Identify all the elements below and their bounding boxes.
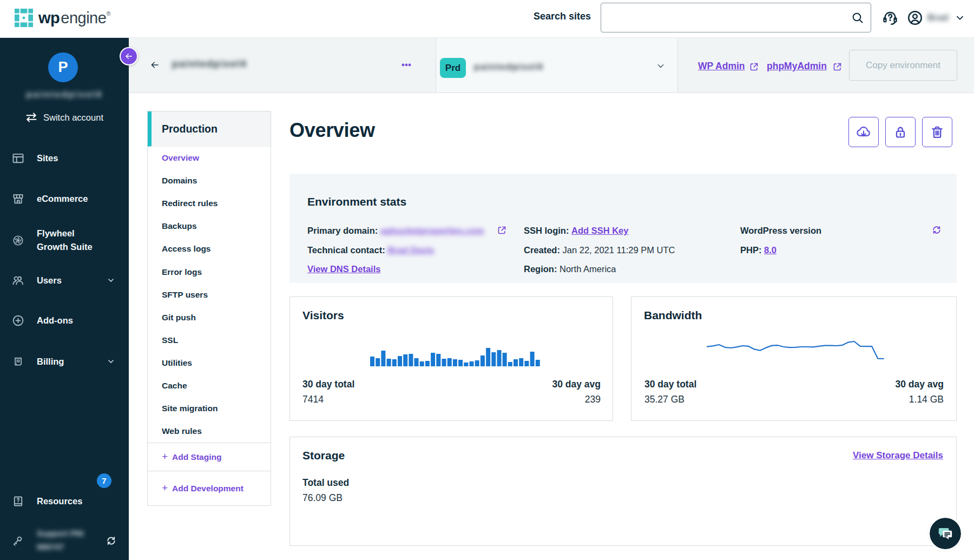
storage-title: Storage (302, 449, 345, 462)
search-sites-input[interactable] (607, 3, 845, 32)
visitors-avg: 30 day avg 239 (552, 379, 601, 405)
account-menu-button[interactable]: Brad (907, 10, 966, 26)
environment-subnav: Production OverviewDomainsRedirect rules… (147, 111, 271, 506)
chat-bubbles-icon (936, 524, 955, 543)
phpmyadmin-link[interactable]: phpMyAdmin (767, 61, 827, 72)
sidebar-account-name: paintedpixel4 (0, 89, 129, 100)
sidebar-item-add-ons[interactable]: Add-ons (0, 308, 129, 332)
chat-button[interactable] (930, 518, 961, 549)
subnav-item-error-logs[interactable]: Error logs (148, 260, 271, 283)
chevron-down-icon (106, 275, 116, 285)
environment-stats-title: Environment stats (307, 195, 406, 208)
help-button[interactable] (882, 10, 898, 26)
refresh-icon (931, 225, 942, 235)
addons-icon (12, 314, 24, 327)
storage-used-value: 76.09 GB (302, 492, 349, 504)
sidebar-item-label: Users (37, 274, 62, 287)
sidebar-item-ecommerce[interactable]: eCommerce (0, 187, 129, 210)
subnav-item-redirect-rules[interactable]: Redirect rules (148, 192, 271, 215)
headset-help-icon (882, 10, 898, 26)
sidebar-item-label: Add-ons (37, 314, 73, 327)
region-label: Region: (524, 264, 557, 274)
ssh-login-label: SSH login: (524, 226, 569, 235)
sidebar-item-resources[interactable]: Resources7 (0, 489, 129, 513)
subnav-item-cache[interactable]: Cache (148, 374, 271, 397)
php-version-label: PHP: (740, 245, 761, 255)
subnav-item-utilities[interactable]: Utilities (148, 352, 271, 374)
users-icon (12, 274, 24, 287)
technical-contact-label: Technical contact: (307, 245, 385, 255)
primary-domain-label: Primary domain: (307, 226, 378, 235)
sidebar-item-label: Sites (37, 151, 58, 165)
subnav-item-backups[interactable]: Backups (148, 215, 271, 238)
add-staging-button[interactable]: +Add Staging (148, 443, 271, 471)
primary-domain-link[interactable]: agbucketproperties.com (380, 226, 484, 235)
sidebar-item-label: Flywheel Growth Suite (37, 227, 108, 254)
view-storage-details-link[interactable]: View Storage Details (853, 450, 943, 461)
wordpress-version-refresh-button[interactable] (931, 225, 942, 235)
bandwidth-avg: 30 day avg 1.14 GB (896, 379, 944, 405)
sidebar-item-users[interactable]: Users (0, 268, 129, 292)
storage-used: Total used 76.09 GB (302, 477, 349, 504)
subnav-item-access-logs[interactable]: Access logs (148, 238, 271, 260)
sidebar-item-flywheel-growth-suite[interactable]: Flywheel Growth Suite (0, 221, 129, 259)
back-button[interactable] (150, 60, 160, 70)
search-icon[interactable] (851, 11, 864, 24)
support-pin-text: Support PIN986747 (37, 527, 84, 554)
chevron-down-icon (954, 12, 966, 24)
wp-admin-link[interactable]: WP Admin (698, 61, 745, 72)
support-pin: Support PIN986747 (0, 525, 129, 558)
subnav-header: Production (148, 111, 271, 147)
lock-environment-button[interactable] (885, 117, 916, 147)
bandwidth-total-label: 30 day total (644, 379, 696, 390)
flywheel-icon (12, 234, 24, 247)
subnav-item-ssl[interactable]: SSL (148, 329, 271, 352)
bandwidth-line-chart (706, 338, 885, 362)
wordpress-version-label: WordPress version (740, 226, 821, 235)
external-link-icon[interactable] (749, 62, 759, 72)
collapse-sidebar-button[interactable] (120, 47, 138, 65)
site-name: paintedpixel4 (172, 58, 247, 70)
page-title: Overview (289, 119, 375, 142)
subnav-item-git-push[interactable]: Git push (148, 306, 271, 329)
resources-icon (12, 495, 24, 508)
sidebar-item-billing[interactable]: Billing (0, 350, 129, 373)
bandwidth-card: Bandwidth 30 day total 35.27 GB 30 day a… (631, 297, 957, 421)
subnav-item-site-migration[interactable]: Site migration (148, 397, 271, 420)
resources-badge: 7 (97, 473, 111, 488)
sidebar-item-sites[interactable]: Sites (0, 146, 129, 170)
external-link-icon[interactable] (832, 62, 843, 72)
add-development-button[interactable]: +Add Development (148, 471, 271, 505)
external-link-icon[interactable] (497, 225, 507, 235)
php-version-row: PHP: 8.0 (740, 245, 776, 255)
subnav-item-overview[interactable]: Overview (148, 147, 271, 169)
environment-selector[interactable]: Prd paintedpixel4 (436, 38, 678, 93)
environment-stats-panel: Environment stats Primary domain: agbuck… (289, 174, 957, 283)
created-row: Created: Jan 22, 2021 11:29 PM UTC (524, 245, 675, 255)
visitors-total-value: 7414 (302, 394, 354, 405)
site-options-button[interactable] (402, 63, 411, 67)
subnav-item-web-rules[interactable]: Web rules (148, 420, 271, 443)
visitors-total: 30 day total 7414 (302, 379, 354, 405)
wpengine-logo[interactable]: wpengine® (15, 9, 110, 27)
subnav-item-domains[interactable]: Domains (148, 169, 271, 192)
search-sites-box (601, 3, 871, 32)
delete-environment-button[interactable] (922, 117, 952, 147)
switch-account-button[interactable]: Switch account (25, 111, 103, 124)
download-backup-button[interactable] (848, 117, 879, 147)
technical-contact-link[interactable]: Brad Davis (387, 245, 434, 255)
plus-icon: + (162, 451, 168, 463)
storage-used-label: Total used (302, 477, 349, 489)
php-version-link[interactable]: 8.0 (764, 245, 776, 255)
avatar: P (48, 52, 78, 82)
bandwidth-total-value: 35.27 GB (644, 394, 696, 405)
add-ssh-key-link[interactable]: Add SSH Key (571, 226, 628, 235)
subnav-item-sftp-users[interactable]: SFTP users (148, 284, 271, 306)
bandwidth-total: 30 day total 35.27 GB (644, 379, 696, 405)
environment-badge: Prd (440, 58, 466, 78)
support-pin-refresh-button[interactable] (106, 535, 117, 546)
sidebar-item-label: Billing (37, 355, 64, 368)
trash-icon (930, 124, 945, 140)
view-dns-details-link[interactable]: View DNS Details (307, 264, 380, 274)
copy-environment-button[interactable]: Copy environment (849, 50, 957, 81)
